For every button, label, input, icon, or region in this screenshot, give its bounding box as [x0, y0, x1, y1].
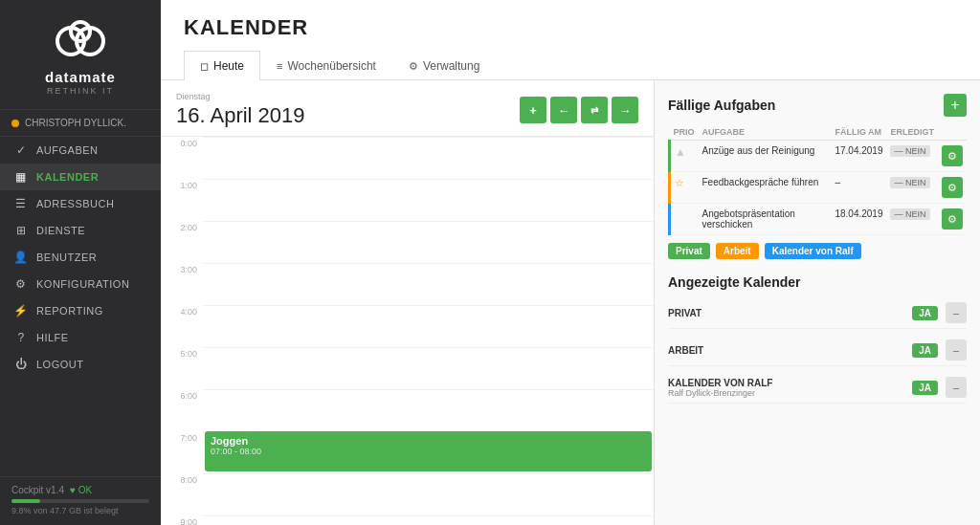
- help-icon: ?: [13, 331, 29, 344]
- col-faellig: FÄLLIG AM: [831, 124, 886, 141]
- tab-verwaltung[interactable]: ⚙ Verwaltung: [392, 51, 496, 80]
- heute-tab-icon: ◻: [200, 60, 209, 73]
- wochen-tab-icon: ≡: [277, 60, 282, 72]
- col-erledigt: ERLEDIGT: [886, 124, 938, 141]
- time-1: 1:00: [161, 179, 203, 221]
- sidebar-item-aufgaben[interactable]: ✓ AUFGABEN: [0, 137, 161, 164]
- page-title: KALENDER: [184, 15, 957, 40]
- sidebar-item-hilfe[interactable]: ? HILFE: [0, 324, 161, 351]
- tab-verwaltung-label: Verwaltung: [423, 59, 479, 73]
- today-button[interactable]: ⇄: [581, 97, 608, 123]
- task-gear-btn-1[interactable]: ⚙: [942, 145, 963, 166]
- sidebar-label-kalender: KALENDER: [36, 171, 99, 183]
- cal-gear-arbeit[interactable]: –: [946, 339, 967, 361]
- sidebar-label-aufgaben: AUFGABEN: [36, 144, 99, 156]
- task-gear-3[interactable]: ⚙: [938, 204, 967, 235]
- dienste-icon: ⊞: [13, 224, 29, 237]
- table-row: ☆ Feedbackgespräche führen – — NEIN ⚙: [670, 172, 968, 204]
- sidebar-item-kalender[interactable]: ▦ KALENDER: [0, 164, 161, 190]
- user-icon: 👤: [13, 251, 29, 264]
- sidebar-label-dienste: DIENSTE: [36, 225, 85, 236]
- add-event-button[interactable]: +: [520, 97, 546, 123]
- prio-chevron-icon: ▲: [675, 145, 686, 159]
- cal-gear-ralf[interactable]: –: [946, 377, 967, 398]
- content-area: Dienstag 16. April 2019 + ← ⇄ → 0:00 1:0…: [161, 80, 980, 525]
- ja-badge-privat: JA: [912, 306, 938, 320]
- sidebar-item-adressbuch[interactable]: ☰ ADRESSBUCH: [0, 190, 161, 217]
- sidebar-item-dienste[interactable]: ⊞ DIENSTE: [0, 217, 161, 244]
- sidebar-item-konfiguration[interactable]: ⚙ KONFIGURATION: [0, 271, 161, 297]
- task-due-2: –: [831, 172, 886, 204]
- calendar-grid: 0:00 1:00 2:00 3:00 4:00 5:00 6:00 7:00 …: [161, 137, 654, 525]
- add-task-button[interactable]: +: [944, 94, 967, 117]
- task-gear-btn-2[interactable]: ⚙: [942, 177, 963, 198]
- prev-button[interactable]: ←: [550, 97, 577, 123]
- time-3: 3:00: [161, 263, 203, 305]
- cal-gear-privat[interactable]: –: [946, 302, 967, 323]
- sidebar-item-logout[interactable]: ⏻ LOGOUT: [0, 351, 161, 378]
- calendar-pane: Dienstag 16. April 2019 + ← ⇄ → 0:00 1:0…: [161, 80, 655, 525]
- verwaltung-tab-icon: ⚙: [409, 60, 418, 73]
- day-label: Dienstag: [176, 92, 305, 101]
- sidebar-item-benutzer[interactable]: 👤 BENUTZER: [0, 244, 161, 271]
- table-row: Angebotspräsentation verschicken 18.04.2…: [670, 204, 968, 235]
- cal-list-arbeit: ARBEIT: [668, 345, 904, 356]
- main-area: KALENDER ◻ Heute ≡ Wochenübersicht ⚙ Ver…: [161, 0, 980, 525]
- sidebar-user: CHRISTOPH DYLLICK.: [0, 109, 161, 137]
- main-header: KALENDER ◻ Heute ≡ Wochenübersicht ⚙ Ver…: [161, 0, 980, 80]
- sidebar-label-benutzer: BENUTZER: [36, 252, 97, 263]
- tab-heute-label: Heute: [213, 59, 244, 73]
- task-done-2: — NEIN: [886, 172, 938, 204]
- task-due-3: 18.04.2019: [831, 204, 886, 235]
- calendar-body[interactable]: 0:00 1:00 2:00 3:00 4:00 5:00 6:00 7:00 …: [161, 137, 654, 525]
- col-prio: PRIO: [670, 124, 699, 141]
- sidebar: datamate RETHINK IT CHRISTOPH DYLLICK. ✓…: [0, 0, 161, 525]
- time-8: 8:00: [161, 473, 203, 515]
- check-icon: ✓: [13, 143, 29, 157]
- task-prio-2: ☆: [670, 172, 699, 204]
- tab-wochenuebersicht[interactable]: ≡ Wochenübersicht: [260, 51, 392, 80]
- sidebar-item-reporting[interactable]: ⚡ REPORTING: [0, 297, 161, 324]
- legend-chips: Privat Arbeit Kalender von Ralf: [668, 243, 967, 259]
- task-gear-2[interactable]: ⚙: [938, 172, 967, 204]
- legend-arbeit: Arbeit: [716, 243, 759, 259]
- time-7: 7:00: [161, 431, 203, 473]
- task-gear-btn-3[interactable]: ⚙: [942, 208, 963, 230]
- cal-list-ralf: KALENDER VON RALF: [668, 378, 772, 388]
- addressbook-icon: ☰: [13, 197, 29, 210]
- sidebar-label-reporting: REPORTING: [36, 305, 103, 317]
- sidebar-nav: ✓ AUFGABEN ▦ KALENDER ☰ ADRESSBUCH ⊞ DIE…: [0, 137, 161, 476]
- brand-name: datamate: [45, 69, 116, 85]
- task-prio-3: [670, 204, 699, 235]
- calendar-icon: ▦: [13, 170, 29, 184]
- time-5: 5:00: [161, 347, 203, 389]
- angezeigt-title: Angezeigte Kalender: [668, 274, 800, 290]
- tasks-section: Fällige Aufgaben + PRIO AUFGABE FÄLLIG A…: [668, 94, 967, 259]
- ja-badge-arbeit: JA: [912, 343, 938, 358]
- date-title: 16. April 2019: [176, 103, 305, 128]
- time-9: 9:00: [161, 515, 203, 525]
- col-aufgabe: AUFGABE: [699, 124, 832, 141]
- version-label: Cockpit v1.4: [11, 485, 64, 495]
- list-item: PRIVAT JA –: [668, 297, 967, 329]
- gear-icon: ⚙: [13, 277, 29, 291]
- time-4: 4:00: [161, 305, 203, 347]
- tab-heute[interactable]: ◻ Heute: [184, 51, 260, 80]
- event-joggen-time: 07:00 - 08:00: [211, 447, 646, 456]
- task-gear-1[interactable]: ⚙: [938, 141, 967, 172]
- calendar-nav: + ← ⇄ →: [520, 97, 638, 123]
- ja-badge-ralf: JA: [912, 381, 938, 395]
- time-6: 6:00: [161, 389, 203, 431]
- sidebar-label-hilfe: HILFE: [36, 332, 69, 343]
- task-done-1: — NEIN: [886, 141, 938, 172]
- time-column: 0:00 1:00 2:00 3:00 4:00 5:00 6:00 7:00 …: [161, 137, 203, 525]
- tab-bar: ◻ Heute ≡ Wochenübersicht ⚙ Verwaltung: [184, 50, 957, 79]
- task-due-1: 17.04.2019: [831, 141, 886, 172]
- next-button[interactable]: →: [612, 97, 638, 123]
- col-action: [938, 124, 967, 141]
- datamate-logo-icon: [52, 17, 109, 65]
- event-joggen-title: Joggen: [211, 435, 646, 447]
- list-item: ARBEIT JA –: [668, 335, 967, 366]
- event-joggen[interactable]: Joggen 07:00 - 08:00: [205, 431, 652, 471]
- sidebar-label-konfiguration: KONFIGURATION: [36, 278, 129, 290]
